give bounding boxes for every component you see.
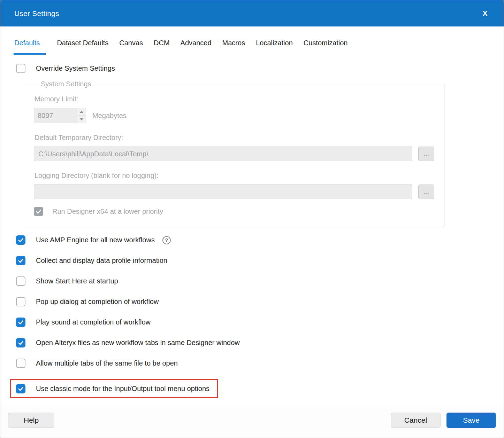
option-amp-engine: Use AMP Engine for all new workflows ?: [16, 235, 490, 245]
settings-content: Override System Settings System Settings…: [0, 55, 504, 406]
show-start-here-label: Show Start Here at startup: [36, 277, 118, 285]
option-open-files-same-window: Open Alteryx files as new workflow tabs …: [16, 338, 490, 347]
title-bar: User Settings X: [0, 0, 504, 26]
annotation-highlight: Use classic mode for the Input/Output to…: [10, 379, 218, 398]
option-data-profile: Collect and display data profile informa…: [16, 256, 490, 265]
megabytes-label: Megabytes: [92, 112, 127, 120]
memory-limit-input: [34, 108, 77, 123]
tab-localization[interactable]: Localization: [256, 39, 293, 55]
data-profile-label: Collect and display data profile informa…: [36, 257, 167, 265]
option-override-system-settings: Override System Settings: [16, 64, 490, 73]
popup-dialog-label: Pop up dialog at completion of workflow: [36, 298, 159, 306]
tab-dataset-defaults[interactable]: Dataset Defaults: [57, 39, 108, 55]
footer-bar: Help Cancel Save: [0, 406, 504, 438]
temp-dir-row: ...: [34, 147, 434, 161]
tab-bar: Defaults Dataset Defaults Canvas DCM Adv…: [0, 26, 504, 55]
play-sound-checkbox[interactable]: [16, 318, 25, 327]
show-start-here-checkbox[interactable]: [16, 276, 25, 286]
tab-advanced[interactable]: Advanced: [181, 39, 212, 55]
window-title: User Settings: [14, 9, 59, 18]
logging-dir-browse-button: ...: [418, 185, 434, 199]
logging-dir-label: Logging Directory (blank for no logging)…: [35, 172, 434, 180]
option-multiple-tabs: Allow multiple tabs of the same file to …: [16, 359, 490, 368]
run-x64-checkbox: [34, 207, 43, 216]
help-icon[interactable]: ?: [162, 236, 171, 244]
open-files-label: Open Alteryx files as new workflow tabs …: [36, 339, 240, 347]
spinner-up-icon: [77, 108, 86, 116]
memory-spinner: [77, 108, 86, 123]
system-settings-group: System Settings Memory Limit: Megabytes …: [25, 80, 444, 226]
save-button[interactable]: Save: [446, 413, 496, 428]
memory-limit-row: Megabytes: [34, 108, 434, 123]
tab-dcm[interactable]: DCM: [154, 39, 170, 55]
data-profile-checkbox[interactable]: [16, 256, 25, 265]
temp-dir-browse-button: ...: [418, 147, 434, 161]
tab-defaults[interactable]: Defaults: [14, 39, 46, 55]
cancel-button[interactable]: Cancel: [391, 413, 441, 428]
temp-dir-input: [34, 147, 412, 161]
open-files-checkbox[interactable]: [16, 338, 25, 347]
classic-mode-label: Use classic mode for the Input/Output to…: [36, 385, 209, 393]
option-popup-dialog: Pop up dialog at completion of workflow: [16, 297, 490, 306]
memory-limit-label: Memory Limit:: [35, 95, 434, 103]
logging-dir-input: [34, 185, 412, 199]
amp-engine-label: Use AMP Engine for all new workflows: [36, 236, 155, 244]
multiple-tabs-label: Allow multiple tabs of the same file to …: [36, 359, 178, 367]
option-play-sound: Play sound at completion of workflow: [16, 318, 490, 327]
temp-dir-label: Default Temporary Directory:: [35, 134, 434, 142]
override-label: Override System Settings: [36, 64, 115, 72]
tab-customization[interactable]: Customization: [304, 39, 348, 55]
option-show-start-here: Show Start Here at startup: [16, 276, 490, 286]
logging-dir-row: ...: [34, 185, 434, 199]
close-icon[interactable]: X: [480, 8, 490, 19]
override-checkbox[interactable]: [16, 64, 25, 73]
option-classic-mode: Use classic mode for the Input/Output to…: [16, 384, 209, 393]
run-x64-label: Run Designer x64 at a lower priority: [52, 208, 163, 216]
popup-dialog-checkbox[interactable]: [16, 297, 25, 306]
option-run-x64-priority: Run Designer x64 at a lower priority: [34, 207, 434, 216]
help-button[interactable]: Help: [8, 413, 54, 428]
spinner-down-icon: [77, 116, 86, 123]
tab-macros[interactable]: Macros: [222, 39, 245, 55]
group-title: System Settings: [38, 80, 94, 88]
amp-engine-checkbox[interactable]: [16, 235, 25, 245]
user-settings-dialog: User Settings X Defaults Dataset Default…: [0, 0, 504, 438]
multiple-tabs-checkbox[interactable]: [16, 359, 25, 368]
memory-limit-spinbox: [34, 108, 86, 123]
play-sound-label: Play sound at completion of workflow: [36, 318, 151, 326]
tab-canvas[interactable]: Canvas: [119, 39, 143, 55]
classic-mode-checkbox[interactable]: [16, 384, 25, 393]
